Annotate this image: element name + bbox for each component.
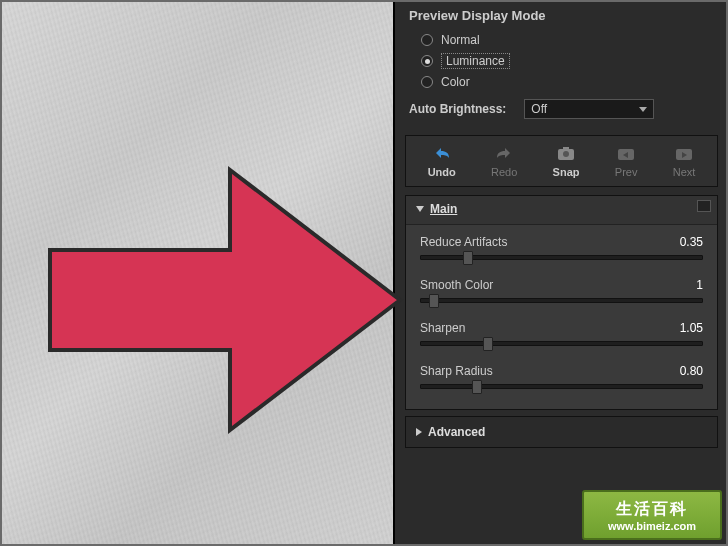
slider-track[interactable] [420, 384, 703, 389]
auto-brightness-label: Auto Brightness: [409, 102, 506, 116]
auto-brightness-dropdown[interactable]: Off [524, 99, 654, 119]
radio-color[interactable]: Color [421, 75, 714, 89]
radio-luminance[interactable]: Luminance [421, 53, 714, 69]
next-label: Next [673, 166, 696, 178]
slider-value: 1 [696, 278, 703, 292]
prev-icon [615, 144, 637, 162]
main-panel: Main Reduce Artifacts 0.35 Smooth Color … [405, 195, 718, 410]
snap-button[interactable]: Snap [553, 144, 580, 178]
chevron-down-icon [639, 107, 647, 112]
smooth-color-slider: Smooth Color 1 [420, 278, 703, 303]
slider-track[interactable] [420, 255, 703, 260]
redo-icon [493, 144, 515, 162]
slider-label: Reduce Artifacts [420, 235, 507, 249]
collapse-button[interactable] [697, 200, 711, 212]
next-button[interactable]: Next [673, 144, 696, 178]
slider-value: 1.05 [680, 321, 703, 335]
reduce-artifacts-slider: Reduce Artifacts 0.35 [420, 235, 703, 260]
settings-panel: Preview Display Mode Normal Luminance Co… [393, 0, 728, 546]
dropdown-value: Off [531, 102, 547, 116]
radio-label: Luminance [441, 53, 510, 69]
camera-icon [555, 144, 577, 162]
radio-icon [421, 55, 433, 67]
watermark: 生活百科 www.bimeiz.com [582, 490, 722, 540]
radio-label: Normal [441, 33, 480, 47]
redo-button[interactable]: Redo [491, 144, 517, 178]
slider-thumb[interactable] [429, 294, 439, 308]
svg-point-2 [563, 151, 569, 157]
slider-track[interactable] [420, 298, 703, 303]
watermark-text: 生活百科 [616, 499, 688, 520]
radio-icon [421, 76, 433, 88]
sharp-radius-slider: Sharp Radius 0.80 [420, 364, 703, 389]
watermark-url: www.bimeiz.com [608, 520, 696, 532]
main-header[interactable]: Main [406, 196, 717, 225]
advanced-panel-header[interactable]: Advanced [405, 416, 718, 448]
radio-icon [421, 34, 433, 46]
disclosure-right-icon [416, 428, 422, 436]
slider-label: Sharp Radius [420, 364, 493, 378]
prev-label: Prev [615, 166, 638, 178]
main-title: Main [430, 202, 457, 216]
preview-mode-section: Preview Display Mode Normal Luminance Co… [395, 0, 728, 127]
preview-image [0, 0, 393, 546]
slider-thumb[interactable] [483, 337, 493, 351]
undo-button[interactable]: Undo [428, 144, 456, 178]
next-icon [673, 144, 695, 162]
slider-label: Sharpen [420, 321, 465, 335]
slider-track[interactable] [420, 341, 703, 346]
frame-border [0, 0, 2, 546]
fur-texture [0, 0, 393, 546]
slider-thumb[interactable] [472, 380, 482, 394]
auto-brightness-row: Auto Brightness: Off [409, 99, 714, 119]
advanced-title: Advanced [428, 425, 485, 439]
frame-border [0, 0, 728, 2]
redo-label: Redo [491, 166, 517, 178]
preview-mode-radio-group: Normal Luminance Color [421, 33, 714, 89]
slider-thumb[interactable] [463, 251, 473, 265]
slider-value: 0.80 [680, 364, 703, 378]
snap-label: Snap [553, 166, 580, 178]
radio-label: Color [441, 75, 470, 89]
slider-value: 0.35 [680, 235, 703, 249]
action-toolbar: Undo Redo Snap Prev Next [405, 135, 718, 187]
radio-normal[interactable]: Normal [421, 33, 714, 47]
svg-rect-1 [563, 147, 569, 150]
disclosure-down-icon [416, 206, 424, 212]
slider-label: Smooth Color [420, 278, 493, 292]
undo-icon [431, 144, 453, 162]
undo-label: Undo [428, 166, 456, 178]
slider-group: Reduce Artifacts 0.35 Smooth Color 1 [406, 225, 717, 409]
preview-mode-title: Preview Display Mode [409, 8, 714, 23]
sharpen-slider: Sharpen 1.05 [420, 321, 703, 346]
prev-button[interactable]: Prev [615, 144, 638, 178]
